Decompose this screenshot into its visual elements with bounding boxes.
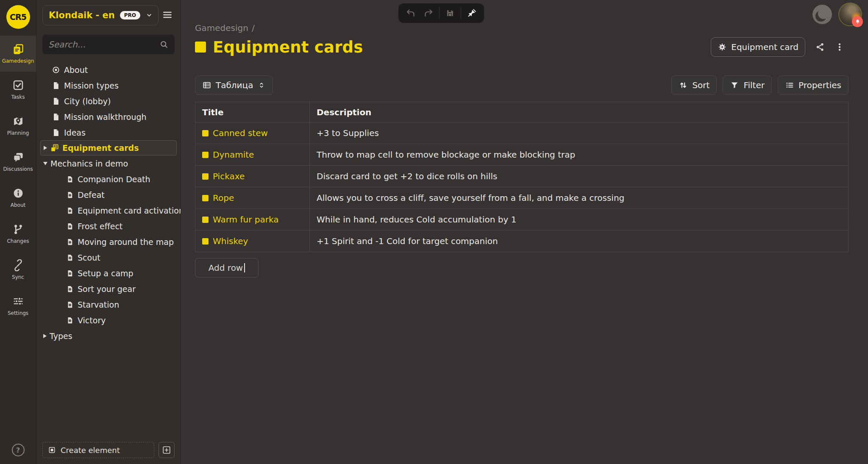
undo-button[interactable] xyxy=(402,5,420,22)
notification-badge[interactable] xyxy=(852,16,863,27)
rail-item-sync[interactable]: Sync xyxy=(0,252,36,288)
row-description-cell[interactable]: +1 Spirit and -1 Cold for target compani… xyxy=(310,231,849,252)
search-input[interactable] xyxy=(48,39,159,50)
row-description-cell[interactable]: +3 to Supplies xyxy=(310,122,849,144)
sidebar-item-scout[interactable]: Scout xyxy=(36,250,181,265)
view-selector-button[interactable]: Таблица xyxy=(195,75,273,95)
row-description-cell[interactable]: Throw to map cell to remove blockage or … xyxy=(310,144,849,166)
view-toolbar: Таблица Sort Filter xyxy=(195,75,849,95)
box-plus-icon xyxy=(162,445,171,455)
element-type-button[interactable]: Equipment card xyxy=(711,37,805,57)
document-gear-icon xyxy=(66,300,74,309)
row-description-cell[interactable]: Discard card to get +2 to dice rolls on … xyxy=(310,166,849,187)
workspace-switcher[interactable]: Klondaik - en PRO xyxy=(42,5,159,25)
rail-item-discussions[interactable]: Discussions xyxy=(0,144,36,180)
rail-item-label: Changes xyxy=(7,238,29,244)
row-title-link[interactable]: Pickaxe xyxy=(202,171,303,181)
table-row: Dynamite Throw to map cell to remove blo… xyxy=(195,144,849,166)
row-title-link[interactable]: Rope xyxy=(202,193,303,203)
app-window: CR5 Gamedesign Tasks Planning xyxy=(0,0,868,464)
rail-item-about[interactable]: About xyxy=(0,180,36,216)
redo-button[interactable] xyxy=(420,5,437,22)
breadcrumb-separator: / xyxy=(252,23,255,33)
rail-item-gamedesign[interactable]: Gamedesign xyxy=(0,36,36,72)
row-title-link[interactable]: Whiskey xyxy=(202,236,303,246)
rail-item-planning[interactable]: Planning xyxy=(0,108,36,144)
title-row: Equipment cards Equipment card xyxy=(195,37,849,57)
sidebar-item-mission-walkthrough[interactable]: Mission walkthrough xyxy=(36,109,181,125)
gamedesign-pages-icon xyxy=(12,43,24,55)
theme-moon-toggle[interactable] xyxy=(812,4,832,25)
caret-down-icon[interactable] xyxy=(43,162,47,165)
page-tree: About Mission types City (lobby) Mission… xyxy=(36,62,181,344)
sort-arrows-icon xyxy=(679,81,688,90)
card-color-square-icon xyxy=(202,152,209,158)
equipment-table-wrap: Title Description Canned stew +3 to Supp… xyxy=(195,102,849,252)
sidebar-item-starvation[interactable]: Starvation xyxy=(36,297,181,312)
create-element-button[interactable]: Create element xyxy=(42,442,154,458)
sidebar-item-setup-a-camp[interactable]: Setup a camp xyxy=(36,265,181,281)
sidebar-item-about[interactable]: About xyxy=(36,62,181,78)
row-description-cell[interactable]: Allows you to cross a cliff, save yourse… xyxy=(310,187,849,209)
row-title-link[interactable]: Warm fur parka xyxy=(202,214,303,225)
sidebar-item-victory[interactable]: Victory xyxy=(36,312,181,328)
page-color-square-icon xyxy=(195,42,206,53)
save-button[interactable] xyxy=(441,5,459,22)
sidebar-item-defeat[interactable]: Defeat xyxy=(36,187,181,203)
rail-item-settings[interactable]: Settings xyxy=(0,288,36,324)
help-icon[interactable]: ? xyxy=(12,444,25,456)
sidebar-item-moving-around-the-map[interactable]: Moving around the map xyxy=(36,234,181,250)
add-element-button[interactable] xyxy=(159,442,175,458)
map-pin-icon xyxy=(12,115,24,127)
sidebar-item-ideas[interactable]: Ideas xyxy=(36,125,181,140)
sidebar-menu-icon[interactable] xyxy=(162,9,173,20)
tree-item-label: Ideas xyxy=(64,128,86,137)
card-color-square-icon xyxy=(202,173,209,180)
add-row-button[interactable]: Add row xyxy=(195,258,259,278)
table-row: Warm fur parka While in hand, reduces Co… xyxy=(195,209,849,231)
rail-item-tasks[interactable]: Tasks xyxy=(0,72,36,108)
list-properties-icon xyxy=(785,81,794,90)
caret-right-icon[interactable] xyxy=(44,146,47,150)
row-title-link[interactable]: Dynamite xyxy=(202,150,303,160)
element-type-label: Equipment card xyxy=(731,42,798,52)
document-gear-icon xyxy=(66,253,74,262)
row-title-link[interactable]: Canned stew xyxy=(202,128,303,138)
gear-icon xyxy=(718,42,727,52)
sidebar-item-mechanics-in-demo[interactable]: Mechanics in demo xyxy=(36,156,181,171)
sidebar-item-types[interactable]: Types xyxy=(36,328,181,344)
user-avatar[interactable] xyxy=(838,3,862,26)
document-gear-icon xyxy=(66,238,74,246)
tree-item-label: Moving around the map xyxy=(78,237,174,247)
tree-item-label: Victory xyxy=(78,316,106,325)
row-description-cell[interactable]: While in hand, reduces Cold accumulation… xyxy=(310,209,849,231)
document-gear-icon xyxy=(66,285,74,293)
app-logo[interactable]: CR5 xyxy=(6,5,30,29)
sidebar-item-sort-your-gear[interactable]: Sort your gear xyxy=(36,281,181,297)
tree-item-label: Mechanics in demo xyxy=(50,159,128,168)
caret-right-icon[interactable] xyxy=(43,334,47,338)
sidebar-item-companion-death[interactable]: Companion Death xyxy=(36,171,181,187)
pin-button[interactable] xyxy=(463,5,481,22)
sidebar-item-frost-effect[interactable]: Frost effect xyxy=(36,218,181,234)
sidebar-item-equipment-cards[interactable]: Equipment cards xyxy=(40,140,177,156)
create-element-icon xyxy=(48,446,56,454)
share-button[interactable] xyxy=(811,38,829,56)
document-gear-icon xyxy=(66,316,74,325)
sidebar-item-mission-types[interactable]: Mission types xyxy=(36,78,181,93)
link-icon xyxy=(12,259,24,271)
rail-item-changes[interactable]: Changes xyxy=(0,216,36,252)
select-chevrons-icon xyxy=(257,81,266,89)
table-view-icon xyxy=(202,81,211,90)
kebab-menu-button[interactable] xyxy=(831,38,849,56)
sort-button[interactable]: Sort xyxy=(671,75,717,95)
target-icon xyxy=(52,65,60,75)
pro-badge: PRO xyxy=(120,11,140,19)
filter-button[interactable]: Filter xyxy=(723,75,772,95)
sidebar-item-equipment-card-activation[interactable]: Equipment card activation xyxy=(36,203,181,218)
tree-item-label: Frost effect xyxy=(78,222,122,231)
properties-button[interactable]: Properties xyxy=(778,75,849,95)
sidebar-item-city-lobby[interactable]: City (lobby) xyxy=(36,93,181,109)
breadcrumb-gamedesign[interactable]: Gamedesign xyxy=(195,23,248,33)
quick-toolbar xyxy=(398,3,484,23)
